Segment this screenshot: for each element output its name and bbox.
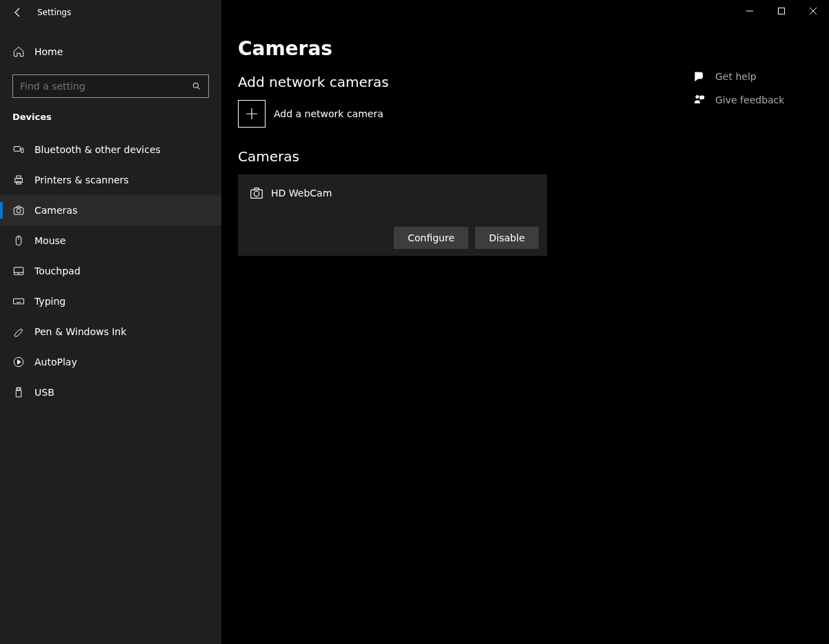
- plus-box: [238, 100, 266, 128]
- get-help-link[interactable]: ? Get help: [693, 70, 784, 83]
- nav-item-pen[interactable]: Pen & Windows Ink: [0, 316, 221, 347]
- minimize-icon: [746, 8, 753, 14]
- add-label: Add a network camera: [274, 108, 383, 119]
- page-title: Cameras: [238, 37, 610, 60]
- nav-item-mouse[interactable]: Mouse: [0, 225, 221, 256]
- nav-item-usb[interactable]: USB: [0, 377, 221, 407]
- titlebar-label: Settings: [37, 8, 71, 17]
- nav-item-typing[interactable]: Typing: [0, 286, 221, 316]
- nav-label: Touchpad: [34, 265, 81, 276]
- camera-icon: [249, 185, 264, 201]
- main-area: Cameras Add network cameras Add a networ…: [221, 0, 829, 644]
- nav-item-autoplay[interactable]: AutoPlay: [0, 347, 221, 377]
- nav-label: Pen & Windows Ink: [34, 326, 126, 337]
- close-icon: [810, 8, 817, 14]
- camera-name: HD WebCam: [271, 188, 332, 199]
- camera-card-header: HD WebCam: [246, 185, 539, 201]
- camera-card[interactable]: HD WebCam Configure Disable: [238, 174, 547, 256]
- svg-point-7: [17, 209, 21, 213]
- minimize-button[interactable]: [734, 0, 766, 22]
- home-link[interactable]: Home: [0, 37, 221, 66]
- usb-icon: [12, 386, 25, 399]
- home-label: Home: [34, 46, 63, 57]
- titlebar: Settings: [0, 0, 221, 25]
- svg-rect-4: [17, 176, 21, 179]
- nav-label: Cameras: [34, 205, 77, 216]
- nav-label: Typing: [34, 296, 66, 307]
- add-section-heading: Add network cameras: [238, 74, 610, 90]
- help-icon: ?: [693, 70, 706, 83]
- keyboard-icon: [12, 295, 25, 308]
- right-column: ? Get help Give feedback: [693, 37, 784, 256]
- search-wrap: [0, 74, 221, 98]
- svg-text:?: ?: [699, 72, 701, 78]
- disable-button[interactable]: Disable: [475, 227, 539, 249]
- nav-item-cameras[interactable]: Cameras: [0, 195, 221, 225]
- maximize-button[interactable]: [766, 0, 797, 22]
- svg-rect-1: [14, 147, 20, 152]
- configure-button[interactable]: Configure: [394, 227, 468, 249]
- sidebar: Settings Home Devices Bluetooth & other …: [0, 0, 221, 644]
- svg-point-0: [193, 83, 198, 88]
- camera-icon: [12, 204, 25, 217]
- nav-label: Mouse: [34, 235, 66, 246]
- svg-rect-20: [17, 388, 21, 390]
- devices-icon: [12, 143, 25, 156]
- nav-label: Printers & scanners: [34, 174, 129, 185]
- help-label: Get help: [715, 71, 757, 82]
- pen-icon: [12, 325, 25, 338]
- home-icon: [12, 46, 25, 58]
- search-input[interactable]: [20, 81, 192, 92]
- nav-item-bluetooth[interactable]: Bluetooth & other devices: [0, 134, 221, 165]
- nav-label: Bluetooth & other devices: [34, 144, 161, 155]
- give-feedback-link[interactable]: Give feedback: [693, 94, 784, 106]
- cameras-section-heading: Cameras: [238, 148, 610, 165]
- camera-card-buttons: Configure Disable: [246, 227, 539, 249]
- mouse-icon: [12, 234, 25, 247]
- svg-point-28: [696, 95, 699, 99]
- section-heading: Devices: [0, 98, 221, 129]
- touchpad-icon: [12, 265, 25, 277]
- add-network-camera[interactable]: Add a network camera: [238, 100, 610, 128]
- svg-rect-24: [779, 8, 785, 14]
- nav-item-touchpad[interactable]: Touchpad: [0, 256, 221, 286]
- feedback-icon: [693, 94, 706, 106]
- back-icon[interactable]: [12, 7, 23, 18]
- printer-icon: [12, 174, 25, 186]
- nav-label: USB: [34, 387, 54, 398]
- nav-label: AutoPlay: [34, 356, 77, 368]
- close-button[interactable]: [797, 0, 829, 22]
- feedback-label: Give feedback: [715, 94, 784, 105]
- maximize-icon: [778, 8, 785, 14]
- svg-rect-21: [16, 390, 21, 397]
- svg-rect-13: [14, 299, 24, 304]
- svg-rect-2: [21, 148, 23, 153]
- main-column: Cameras Add network cameras Add a networ…: [238, 37, 610, 256]
- search-icon: [192, 81, 201, 91]
- content: Cameras Add network cameras Add a networ…: [221, 0, 829, 293]
- plus-icon: [245, 107, 259, 121]
- search-box[interactable]: [12, 74, 209, 98]
- autoplay-icon: [12, 356, 25, 368]
- nav-item-printers[interactable]: Printers & scanners: [0, 165, 221, 195]
- window-controls: [734, 0, 829, 22]
- svg-rect-29: [700, 96, 704, 99]
- nav-list: Bluetooth & other devices Printers & sca…: [0, 134, 221, 407]
- svg-rect-3: [15, 179, 23, 183]
- svg-point-26: [254, 191, 259, 196]
